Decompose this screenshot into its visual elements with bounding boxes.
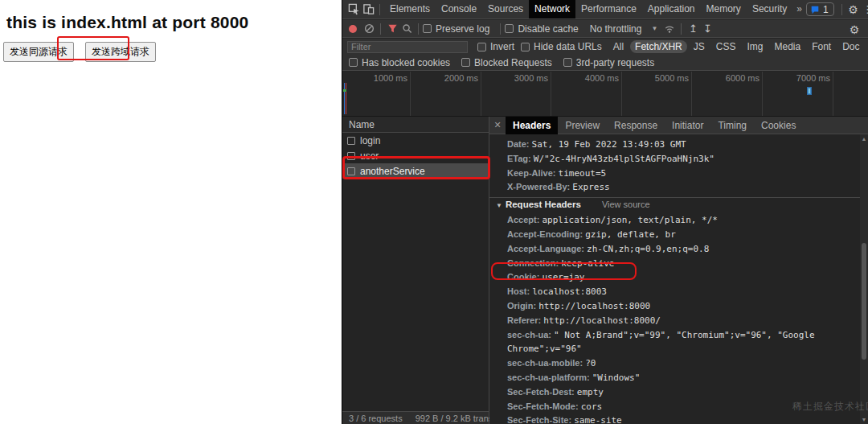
invert-checkbox[interactable] <box>477 43 486 51</box>
network-conditions-icon[interactable] <box>662 22 677 36</box>
triangle-down-icon: ▼ <box>496 202 502 209</box>
request-name: user <box>360 150 379 162</box>
tab-memory[interactable]: Memory <box>701 0 747 19</box>
clear-icon[interactable] <box>362 22 376 36</box>
chevron-down-icon: ▼ <box>651 25 657 32</box>
header-line-connection: Connection: keep-alive <box>489 257 860 271</box>
throttling-select[interactable]: No throttling <box>590 23 642 35</box>
name-column-header[interactable]: Name <box>342 117 489 133</box>
tick-label: 7000 ms <box>774 73 830 83</box>
export-har-icon[interactable]: ↧ <box>700 22 714 36</box>
scrollbar-thumb[interactable] <box>862 243 866 360</box>
filter-pill-doc[interactable]: Doc <box>837 40 864 53</box>
request-dash <box>343 89 346 92</box>
network-overview-timeline[interactable]: 1000 ms 2000 ms 3000 ms 4000 ms 5000 ms … <box>342 72 868 117</box>
disable-cache-checkbox[interactable] <box>505 24 514 33</box>
request-row-login[interactable]: login <box>342 133 489 148</box>
kebab-menu-icon[interactable]: ⋮ <box>861 2 868 17</box>
has-blocked-cookies-checkbox[interactable] <box>349 58 358 67</box>
preserve-log-checkbox[interactable] <box>423 24 432 33</box>
tab-timing[interactable]: Timing <box>710 117 754 134</box>
tick-label: 4000 ms <box>563 73 619 83</box>
filter-pill-all[interactable]: All <box>608 40 628 53</box>
tab-headers[interactable]: Headers <box>506 117 558 134</box>
blocked-requests-label: Blocked Requests <box>474 57 552 68</box>
filter-pill-font[interactable]: Font <box>807 40 836 53</box>
inspect-element-icon[interactable] <box>346 2 361 17</box>
import-har-icon[interactable]: ↥ <box>686 22 700 36</box>
tab-response[interactable]: Response <box>607 117 665 134</box>
filter-funnel-icon[interactable] <box>385 22 399 36</box>
request-headers-section[interactable]: ▼Request HeadersView source <box>489 198 860 212</box>
button-row: 发送同源请求 发送跨域请求 <box>3 42 156 62</box>
third-party-requests-label: 3rd-party requests <box>576 57 654 68</box>
search-icon[interactable] <box>399 22 414 36</box>
domcontentloaded-marker <box>344 83 345 114</box>
tab-security[interactable]: Security <box>747 0 792 19</box>
hide-data-urls-checkbox[interactable] <box>521 43 530 51</box>
hide-data-urls-label: Hide data URLs <box>534 41 602 52</box>
screenshot-stage: this is index.html at port 8000 发送同源请求 发… <box>0 0 868 424</box>
send-cross-origin-button[interactable]: 发送跨域请求 <box>85 42 156 62</box>
details-scrollbar[interactable]: ▲ ▼ <box>860 134 868 424</box>
gridline <box>621 72 622 116</box>
third-party-requests-checkbox[interactable] <box>563 58 572 67</box>
tick-label: 2000 ms <box>422 73 478 83</box>
has-blocked-cookies-label: Has blocked cookies <box>362 57 450 68</box>
filter-pill-img[interactable]: Img <box>742 40 768 53</box>
header-line-origin: Origin: http://localhost:8000 <box>489 299 860 314</box>
network-filter-bar: Invert Hide data URLs All Fetch/XHR JS C… <box>342 39 868 55</box>
gridline <box>762 72 763 116</box>
issues-count: 1 <box>823 4 829 15</box>
tab-network[interactable]: Network <box>529 0 575 19</box>
toolbar-divider <box>379 4 380 15</box>
tab-elements[interactable]: Elements <box>384 0 436 19</box>
record-icon[interactable] <box>349 25 357 33</box>
view-source-link[interactable]: View source <box>602 200 650 209</box>
page-title: this is index.html at port 8000 <box>6 13 342 32</box>
more-tabs-icon[interactable]: » <box>792 0 806 19</box>
blocked-requests-checkbox[interactable] <box>461 58 470 67</box>
header-line-accept: Accept: application/json, text/plain, */… <box>489 213 860 228</box>
waterfall-request-bar <box>807 87 812 95</box>
header-line-cookie: Cookie: user=jay <box>489 270 860 285</box>
devtools-window: Elements Console Sources Network Perform… <box>342 0 868 424</box>
tab-console[interactable]: Console <box>436 0 482 19</box>
tab-application[interactable]: Application <box>642 0 701 19</box>
request-list-panel: Name login user anotherService 3 / 6 req… <box>342 117 489 424</box>
request-row-user[interactable]: user <box>342 148 489 163</box>
filter-input[interactable] <box>347 41 468 53</box>
network-settings-gear-icon[interactable]: ⚙ <box>847 23 862 37</box>
filter-pill-fetch-xhr[interactable]: Fetch/XHR <box>630 40 687 53</box>
close-details-icon[interactable]: ✕ <box>489 120 506 130</box>
tick-label: 3000 ms <box>492 73 548 83</box>
headers-content: Date: Sat, 19 Feb 2022 13:49:03 GMT ETag… <box>489 134 860 424</box>
filter-pill-js[interactable]: JS <box>689 40 710 53</box>
device-toolbar-icon[interactable] <box>361 2 375 17</box>
settings-gear-icon[interactable]: ⚙ <box>846 2 861 17</box>
header-line-accept-encoding: Accept-Encoding: gzip, deflate, br <box>489 228 860 242</box>
tab-cookies[interactable]: Cookies <box>754 117 803 134</box>
filter-pill-css[interactable]: CSS <box>711 40 741 53</box>
send-same-origin-button[interactable]: 发送同源请求 <box>3 42 74 62</box>
tab-sources[interactable]: Sources <box>482 0 529 19</box>
tab-preview[interactable]: Preview <box>558 117 607 134</box>
issues-badge[interactable]: 1 <box>806 2 834 16</box>
scroll-down-icon[interactable]: ▼ <box>860 417 868 422</box>
scroll-up-icon[interactable]: ▲ <box>860 136 868 142</box>
header-line-etag: ETag: W/"2c-4HryN43zb4lplStAGFPoaHNjn3k" <box>489 152 860 167</box>
gridline <box>691 72 692 116</box>
filter-pill-media[interactable]: Media <box>769 40 805 53</box>
gridline <box>833 72 833 116</box>
tab-performance[interactable]: Performance <box>575 0 642 19</box>
header-line-sec-ch-ua-platform: sec-ch-ua-platform: "Windows" <box>489 371 860 385</box>
tab-initiator[interactable]: Initiator <box>665 117 710 134</box>
header-line-date: Date: Sat, 19 Feb 2022 13:49:03 GMT <box>489 138 860 152</box>
site-watermark: 稀土掘金技术社区 <box>792 400 868 414</box>
toolbar-divider <box>681 23 682 35</box>
request-row-anotherservice[interactable]: anotherService <box>342 163 489 179</box>
header-line-referer: Referer: http://localhost:8000/ <box>489 314 860 328</box>
header-line-sec-ch-ua-mobile: sec-ch-ua-mobile: ?0 <box>489 356 860 371</box>
toolbar-divider <box>418 23 419 35</box>
tick-label: 1000 ms <box>351 73 407 83</box>
